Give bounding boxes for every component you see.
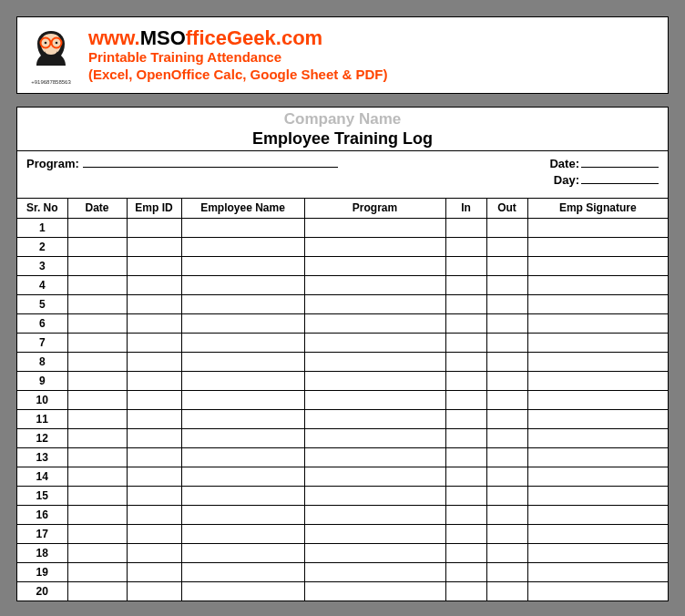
cell-empty[interactable] (181, 447, 304, 467)
cell-empty[interactable] (127, 467, 181, 486)
cell-empty[interactable] (486, 218, 527, 237)
cell-empty[interactable] (127, 371, 181, 390)
cell-empty[interactable] (486, 256, 527, 275)
cell-empty[interactable] (304, 218, 445, 237)
cell-empty[interactable] (181, 352, 304, 371)
cell-empty[interactable] (486, 447, 527, 467)
cell-empty[interactable] (527, 486, 668, 505)
cell-empty[interactable] (527, 390, 668, 409)
cell-empty[interactable] (304, 505, 445, 524)
cell-empty[interactable] (181, 543, 304, 562)
cell-empty[interactable] (67, 313, 127, 333)
cell-empty[interactable] (304, 486, 445, 505)
cell-empty[interactable] (127, 409, 181, 428)
day-underline[interactable] (581, 171, 659, 184)
cell-empty[interactable] (181, 581, 304, 601)
cell-empty[interactable] (445, 371, 486, 390)
cell-empty[interactable] (67, 294, 127, 313)
cell-empty[interactable] (527, 218, 668, 237)
cell-empty[interactable] (304, 294, 445, 313)
cell-empty[interactable] (304, 352, 445, 371)
cell-empty[interactable] (445, 409, 486, 428)
cell-empty[interactable] (304, 237, 445, 256)
cell-empty[interactable] (67, 447, 127, 467)
cell-empty[interactable] (304, 313, 445, 333)
cell-empty[interactable] (67, 486, 127, 505)
cell-empty[interactable] (527, 467, 668, 486)
cell-empty[interactable] (181, 275, 304, 294)
cell-empty[interactable] (67, 562, 127, 581)
cell-empty[interactable] (127, 524, 181, 543)
cell-empty[interactable] (181, 524, 304, 543)
cell-empty[interactable] (486, 333, 527, 352)
cell-empty[interactable] (445, 256, 486, 275)
cell-empty[interactable] (127, 237, 181, 256)
cell-empty[interactable] (127, 218, 181, 237)
cell-empty[interactable] (181, 486, 304, 505)
cell-empty[interactable] (486, 275, 527, 294)
cell-empty[interactable] (127, 447, 181, 467)
cell-empty[interactable] (445, 390, 486, 409)
cell-empty[interactable] (67, 505, 127, 524)
cell-empty[interactable] (181, 505, 304, 524)
cell-empty[interactable] (67, 390, 127, 409)
cell-empty[interactable] (181, 390, 304, 409)
cell-empty[interactable] (181, 256, 304, 275)
cell-empty[interactable] (527, 543, 668, 562)
cell-empty[interactable] (127, 333, 181, 352)
cell-empty[interactable] (181, 562, 304, 581)
cell-empty[interactable] (181, 313, 304, 333)
cell-empty[interactable] (127, 581, 181, 601)
cell-empty[interactable] (67, 371, 127, 390)
cell-empty[interactable] (527, 333, 668, 352)
cell-empty[interactable] (304, 447, 445, 467)
cell-empty[interactable] (527, 371, 668, 390)
cell-empty[interactable] (486, 409, 527, 428)
cell-empty[interactable] (445, 428, 486, 447)
cell-empty[interactable] (127, 390, 181, 409)
cell-empty[interactable] (127, 256, 181, 275)
cell-empty[interactable] (67, 581, 127, 601)
cell-empty[interactable] (181, 371, 304, 390)
cell-empty[interactable] (486, 467, 527, 486)
cell-empty[interactable] (445, 486, 486, 505)
cell-empty[interactable] (181, 428, 304, 447)
cell-empty[interactable] (527, 294, 668, 313)
cell-empty[interactable] (445, 333, 486, 352)
cell-empty[interactable] (67, 467, 127, 486)
cell-empty[interactable] (527, 352, 668, 371)
cell-empty[interactable] (445, 505, 486, 524)
cell-empty[interactable] (127, 505, 181, 524)
cell-empty[interactable] (304, 409, 445, 428)
cell-empty[interactable] (445, 447, 486, 467)
program-underline[interactable] (83, 155, 338, 168)
cell-empty[interactable] (445, 524, 486, 543)
cell-empty[interactable] (486, 543, 527, 562)
cell-empty[interactable] (127, 352, 181, 371)
cell-empty[interactable] (127, 486, 181, 505)
cell-empty[interactable] (67, 409, 127, 428)
cell-empty[interactable] (67, 352, 127, 371)
cell-empty[interactable] (127, 294, 181, 313)
cell-empty[interactable] (181, 333, 304, 352)
cell-empty[interactable] (67, 237, 127, 256)
cell-empty[interactable] (527, 581, 668, 601)
cell-empty[interactable] (486, 562, 527, 581)
cell-empty[interactable] (127, 275, 181, 294)
cell-empty[interactable] (67, 543, 127, 562)
cell-empty[interactable] (445, 237, 486, 256)
cell-empty[interactable] (67, 256, 127, 275)
cell-empty[interactable] (445, 562, 486, 581)
cell-empty[interactable] (486, 313, 527, 333)
cell-empty[interactable] (127, 313, 181, 333)
cell-empty[interactable] (304, 275, 445, 294)
cell-empty[interactable] (127, 543, 181, 562)
cell-empty[interactable] (67, 428, 127, 447)
cell-empty[interactable] (527, 409, 668, 428)
cell-empty[interactable] (445, 218, 486, 237)
cell-empty[interactable] (486, 505, 527, 524)
cell-empty[interactable] (445, 275, 486, 294)
cell-empty[interactable] (527, 562, 668, 581)
cell-empty[interactable] (527, 428, 668, 447)
cell-empty[interactable] (445, 294, 486, 313)
